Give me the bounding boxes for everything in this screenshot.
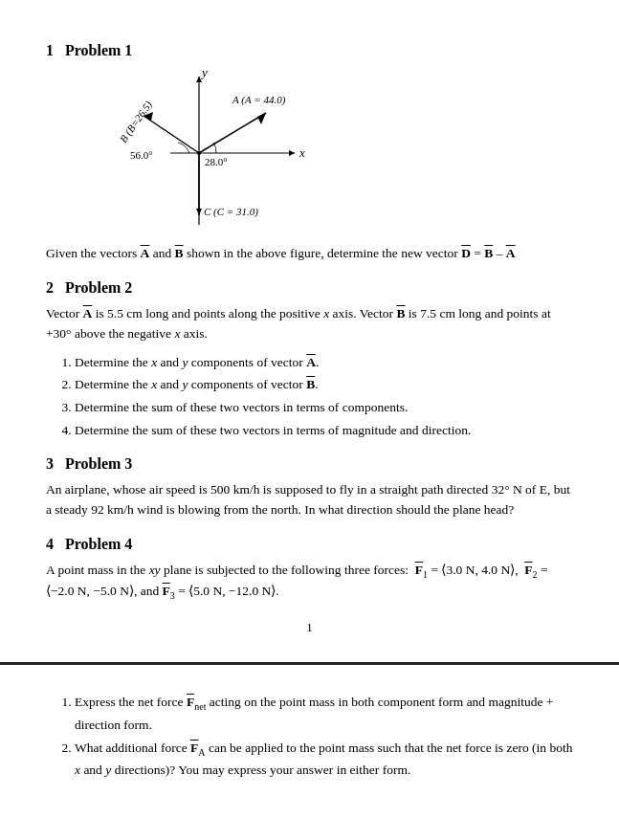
x-axis-label: x bbox=[298, 145, 305, 160]
svg-marker-6 bbox=[257, 113, 266, 124]
vector-figure: x y A (A = 44.0) B (B=26.5) bbox=[75, 67, 573, 234]
angle-right-label: 28.0° bbox=[205, 156, 228, 167]
problem-4-text: A point mass in the xy plane is subjecte… bbox=[46, 561, 573, 603]
section-1-number: 1 bbox=[46, 42, 54, 59]
list-item: Express the net force Fnet acting on the… bbox=[75, 692, 573, 735]
section-2-number: 2 bbox=[46, 279, 54, 297]
svg-line-5 bbox=[199, 113, 266, 153]
svg-marker-10 bbox=[196, 209, 202, 215]
svg-line-7 bbox=[144, 116, 199, 153]
section-4-title: Problem 4 bbox=[65, 536, 132, 553]
vector-a-label: A (A = 44.0) bbox=[232, 94, 286, 106]
angle-left-label: 56.0° bbox=[130, 149, 153, 161]
problem-2-intro: Vector A is 5.5 cm long and points along… bbox=[46, 304, 573, 344]
page-2-list: Express the net force Fnet acting on the… bbox=[75, 692, 573, 781]
section-2-header: 2 Problem 2 bbox=[46, 279, 573, 297]
figure-svg: x y A (A = 44.0) B (B=26.5) bbox=[75, 67, 323, 234]
vector-b-label: B (B=26.5) bbox=[117, 99, 155, 145]
problem-2-list: Determine the x and y components of vect… bbox=[75, 352, 573, 440]
section-1-header: 1 Problem 1 bbox=[46, 42, 573, 59]
section-3-header: 3 Problem 3 bbox=[46, 455, 573, 473]
section-3-title: Problem 3 bbox=[65, 455, 132, 473]
page-number: 1 bbox=[46, 620, 573, 635]
list-item: What additional force FA can be applied … bbox=[75, 738, 573, 781]
section-1-title: Problem 1 bbox=[65, 42, 132, 59]
svg-marker-1 bbox=[289, 150, 295, 156]
list-item: Determine the sum of these two vectors i… bbox=[75, 397, 573, 418]
y-axis-label: y bbox=[200, 67, 208, 79]
list-item: Determine the x and y components of vect… bbox=[75, 352, 573, 373]
list-item: Determine the sum of these two vectors i… bbox=[75, 420, 573, 441]
section-4-header: 4 Problem 4 bbox=[46, 536, 573, 553]
page-1: 1 Problem 1 x y A (A = 44.0) bbox=[0, 0, 619, 665]
section-3-number: 3 bbox=[46, 455, 54, 473]
vector-c-label: C (C = 31.0) bbox=[204, 206, 258, 218]
section-2-title: Problem 2 bbox=[65, 279, 132, 297]
problem-1-text: Given the vectors A and B shown in the a… bbox=[46, 244, 573, 264]
section-4-number: 4 bbox=[46, 536, 54, 553]
problem-3-text: An airplane, whose air speed is 500 km/h… bbox=[46, 480, 573, 520]
page-2: Express the net force Fnet acting on the… bbox=[0, 665, 619, 840]
list-item: Determine the x and y components of vect… bbox=[75, 374, 573, 395]
